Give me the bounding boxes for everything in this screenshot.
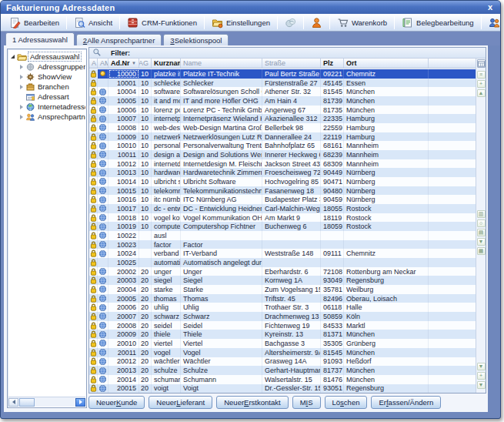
- table-row[interactable]: 1000610lorenz pcLorenz PC - Technik GmbH…: [89, 106, 476, 115]
- column-header-ag[interactable]: AG: [139, 59, 152, 68]
- table-row[interactable]: 1001010personalvePersonalverwaltung Tren…: [89, 141, 476, 150]
- button-löschen[interactable]: Löschen: [325, 396, 368, 409]
- table-row[interactable]: 10024verbandIT-VerbandWeststraße 1480911…: [89, 249, 476, 258]
- tree-item-adressgruppen[interactable]: Adressgruppen: [9, 62, 85, 72]
- scrollbar-filter-icon[interactable]: ▼: [477, 238, 486, 246]
- cell-name: IT-Verband: [181, 249, 262, 258]
- scrollbar-add-icon[interactable]: +: [477, 80, 486, 88]
- collapsed-arrow-icon[interactable]: [18, 105, 25, 109]
- table-row[interactable]: 1001710dc - entwiDC - Entwicklung Heidne…: [89, 204, 476, 213]
- collapsed-arrow-icon[interactable]: [18, 115, 25, 119]
- column-header-ort[interactable]: Ort: [344, 59, 429, 68]
- toolbar-button-ansicht[interactable]: Ansicht: [68, 15, 118, 30]
- button-erfassen-ändern[interactable]: Erfassen/Ändern: [371, 396, 441, 409]
- table-row[interactable]: 2001120vogelVogelAltersheimerstr. 9A8154…: [89, 348, 476, 357]
- filter-input[interactable]: [138, 49, 473, 57]
- column-header-am[interactable]: AM: [98, 59, 108, 68]
- column-header-straße[interactable]: Straße: [262, 59, 321, 68]
- button-neuer-erstkontakt[interactable]: Neuer Erstkontakt: [216, 396, 288, 409]
- column-header-a[interactable]: A: [89, 59, 98, 68]
- table-row[interactable]: 2001320schulzeSchulzeGerhart-Hauptmann-R…: [89, 366, 476, 375]
- expanded-arrow-icon[interactable]: [9, 55, 16, 59]
- tab-3-selektionspool[interactable]: 3 Selektionspool: [163, 34, 229, 45]
- table-row[interactable]: 2000320siegelSiegelKornweg 1A93049Regens…: [89, 276, 476, 285]
- scrollbar-end-icon[interactable]: ▼: [477, 381, 486, 389]
- collapsed-arrow-icon[interactable]: [18, 65, 25, 69]
- toolbar-button-globe-pale-icon[interactable]: [279, 15, 302, 30]
- column-header-plz[interactable]: Plz: [321, 59, 344, 68]
- button-neuer-kunde[interactable]: Neuer Kunde: [88, 396, 145, 409]
- scrollbar-up-icon[interactable]: ▲: [477, 89, 486, 97]
- scroll-thumb[interactable]: [19, 398, 35, 407]
- tree-item-internetadressen[interactable]: Internetadressen: [9, 102, 85, 112]
- titlebar[interactable]: Fakturierung Adressdaten x: [1, 1, 500, 14]
- table-row[interactable]: 1000010platzke itPlatzke IT-TechnikPaul …: [89, 69, 476, 79]
- am-cell: [98, 79, 108, 88]
- button-mis[interactable]: MIS: [292, 396, 321, 409]
- table-row[interactable]: 2001020viertelViertelBachgasse 335305Grü…: [89, 339, 476, 348]
- toolbar-button-belegbearbeitung[interactable]: Belegbearbeitung: [396, 15, 479, 30]
- button-neuer-lieferant[interactable]: Neuer Lieferant: [149, 396, 212, 409]
- table-row[interactable]: 2000920thieleThieleKyreinstr. 1381371Mün…: [89, 330, 476, 339]
- close-button[interactable]: x: [486, 3, 495, 12]
- grid-scrollbar[interactable]: ≡+▲▥○▤▼▦▼+▼: [476, 59, 486, 393]
- tab-1-adressauswahl[interactable]: 1 Adressauswahl: [5, 32, 75, 45]
- tree-horizontal-scrollbar[interactable]: [8, 397, 85, 407]
- column-customize-icon[interactable]: [477, 59, 486, 68]
- scrollbar-down-icon[interactable]: ▼: [477, 363, 486, 370]
- table-row[interactable]: 1001110design andDesign and Solutions We…: [89, 150, 476, 159]
- table-row[interactable]: 2000620uhligUhligTrothaer Str. 306118Hal…: [89, 303, 476, 312]
- scrollbar-add2-icon[interactable]: +: [477, 372, 486, 380]
- tree-item-adressart[interactable]: Adressart: [9, 92, 85, 102]
- table-row[interactable]: 1000410softwarelöSoftwarelösungen Scholl…: [89, 87, 476, 96]
- table-row[interactable]: 1001610itc nürnbeITC Nürnberg AGBudapest…: [89, 195, 476, 204]
- toolbar-button-einstellungen[interactable]: Einstellungen: [206, 15, 275, 30]
- table-row[interactable]: 10025automatikAutomatisch angelegt durch…: [89, 258, 476, 267]
- tree-item-ansprechpartner[interactable]: Ansprechpartner: [9, 112, 85, 122]
- table-row[interactable]: 1000810web-designWeb-Design Martina Groß…: [89, 123, 476, 132]
- table-row[interactable]: 1001210internetdeInternetdesign M. Fleis…: [89, 159, 476, 169]
- table-row[interactable]: 2001420schumannSchumannWalsertalstr. 158…: [89, 375, 476, 384]
- tab-2-alle-ansprechpartner[interactable]: 2 Alle Ansprechpartner: [76, 34, 162, 45]
- collapsed-arrow-icon[interactable]: [18, 75, 25, 79]
- table-row[interactable]: 1000710internetprInternetpräsenz Wieland…: [89, 114, 476, 123]
- column-header-ad-nr[interactable]: Ad.Nr▼: [108, 59, 139, 68]
- table-row[interactable]: 1001510telekommunTelekommunikationstechn…: [89, 186, 476, 196]
- tree-item-adressauswahl[interactable]: Adressauswahl: [9, 52, 85, 62]
- cell-ort: Grünberg: [344, 339, 429, 348]
- toolbar-button-warenkorb[interactable]: Warenkorb: [332, 15, 392, 30]
- tree-item-showview[interactable]: ShowView: [9, 72, 85, 82]
- table-row[interactable]: 1000110schleckerSchleckerFürstenstraße 2…: [89, 79, 476, 88]
- tree-item-branchen[interactable]: Branchen: [9, 82, 85, 92]
- scrollbar-collapse-icon[interactable]: ≡: [477, 71, 486, 79]
- scrollbar-list-icon[interactable]: ▤: [477, 229, 486, 236]
- table-row[interactable]: 2000420starkeStarkeZum Vogelsang 1535781…: [89, 285, 476, 294]
- scrollbar-cards-icon[interactable]: ▥: [477, 210, 486, 218]
- scrollbar-search-icon[interactable]: ○: [477, 219, 486, 227]
- scroll-right-arrow-icon[interactable]: [75, 398, 85, 407]
- table-row[interactable]: 2000720schwarzSchwarzDrachmenweg 1350859…: [89, 312, 476, 321]
- collapsed-arrow-icon[interactable]: [18, 85, 25, 89]
- column-header-kurzname[interactable]: Kurzname: [152, 59, 181, 68]
- table-row[interactable]: 2000220ungerUngerEberhardstr. 672108Rott…: [89, 267, 476, 276]
- table-row[interactable]: 1000910netzwerklöNetzwerklösungen Lutz R…: [89, 132, 476, 142]
- table-row[interactable]: 2001220wächtlerWächtlerGrasweg 14A91093H…: [89, 357, 476, 367]
- table-row[interactable]: 10022ausl: [89, 231, 476, 240]
- table-row[interactable]: 2000820seidelSeidelFichtenweg 1984533Mar…: [89, 321, 476, 330]
- toolbar-button-person-icon[interactable]: [305, 15, 328, 30]
- column-header-name[interactable]: Name: [181, 59, 262, 68]
- table-row[interactable]: 10023factorFactor: [89, 240, 476, 250]
- scrollbar-layout-icon[interactable]: ▦: [477, 247, 486, 255]
- table-row[interactable]: 1001810vogel kommVogel Kommunikation OHG…: [89, 213, 476, 223]
- toolbar-button-delegieren[interactable]: Delegieren: [483, 15, 501, 30]
- table-row[interactable]: 2000520thomasThomasTriftstr. 4582496Ober…: [89, 294, 476, 303]
- toolbar-button-bearbeiten[interactable]: Bearbeiten: [4, 15, 65, 30]
- table-row[interactable]: 1001910computershComputershop FichtnerBu…: [89, 222, 476, 231]
- scroll-left-arrow-icon[interactable]: [8, 398, 18, 407]
- table-row[interactable]: 1001410ulbricht sUlbricht SoftwareHochvo…: [89, 177, 476, 186]
- table-row[interactable]: 1000510it and morIT and more Höfler OHGA…: [89, 96, 476, 106]
- toolbar-button-crm-funktionen[interactable]: CRM-Funktionen: [122, 15, 202, 30]
- column-header-extra[interactable]: [429, 59, 476, 68]
- table-row[interactable]: 2001520voigtVoigtDr.-Gessler-Str. 15B930…: [89, 384, 476, 393]
- table-row[interactable]: 1001310hardwareteHardwaretechnik Zimmerm…: [89, 168, 476, 177]
